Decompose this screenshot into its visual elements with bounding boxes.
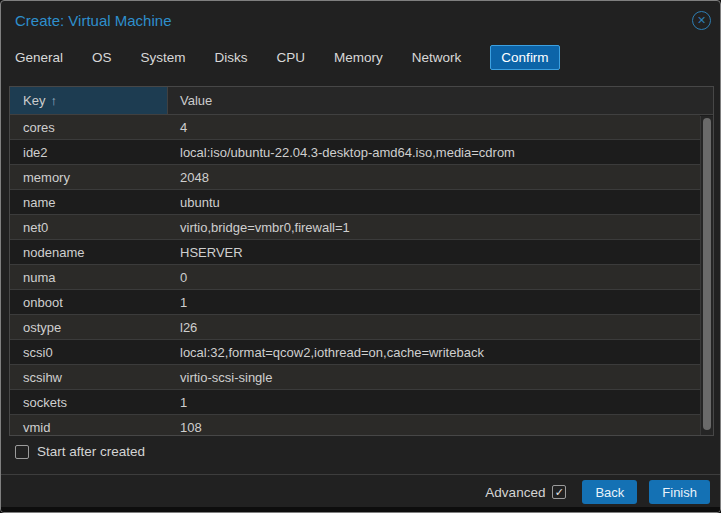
- table-row[interactable]: scsi0local:32,format=qcow2,iothread=on,c…: [10, 340, 700, 365]
- table-row[interactable]: vmid108: [10, 415, 700, 436]
- key-cell: onboot: [10, 290, 168, 314]
- tab-system[interactable]: System: [141, 50, 186, 65]
- value-cell: 1: [168, 290, 700, 314]
- table-row[interactable]: net0virtio,bridge=vmbr0,firewall=1: [10, 215, 700, 240]
- tab-bar: General OS System Disks CPU Memory Netwo…: [15, 43, 710, 71]
- value-cell: virtio-scsi-single: [168, 365, 700, 389]
- window-bottom-edge: [1, 507, 720, 512]
- key-cell: sockets: [10, 390, 168, 414]
- table-body: cores4ide2local:iso/ubuntu-22.04.3-deskt…: [10, 115, 700, 436]
- tab-memory[interactable]: Memory: [334, 50, 383, 65]
- start-after-created-option: Start after created: [15, 444, 145, 459]
- column-header-key[interactable]: Key ↑: [10, 87, 168, 114]
- key-cell: vmid: [10, 415, 168, 436]
- table-row[interactable]: numa0: [10, 265, 700, 290]
- column-value-label: Value: [180, 93, 212, 108]
- table-row[interactable]: scsihwvirtio-scsi-single: [10, 365, 700, 390]
- tab-general[interactable]: General: [15, 50, 63, 65]
- value-cell: local:iso/ubuntu-22.04.3-desktop-amd64.i…: [168, 140, 700, 164]
- key-cell: numa: [10, 265, 168, 289]
- key-cell: ide2: [10, 140, 168, 164]
- value-cell: local:32,format=qcow2,iothread=on,cache=…: [168, 340, 700, 364]
- create-vm-dialog: Create: Virtual Machine ✕ General OS Sys…: [0, 0, 721, 513]
- key-cell: cores: [10, 115, 168, 139]
- scrollbar-thumb[interactable]: [703, 118, 711, 430]
- key-cell: memory: [10, 165, 168, 189]
- key-cell: name: [10, 190, 168, 214]
- value-cell: 108: [168, 415, 700, 436]
- key-cell: scsi0: [10, 340, 168, 364]
- table-header: Key ↑ Value: [10, 87, 713, 115]
- key-cell: nodename: [10, 240, 168, 264]
- tab-disks[interactable]: Disks: [215, 50, 248, 65]
- dialog-title: Create: Virtual Machine: [15, 12, 171, 29]
- vertical-scrollbar[interactable]: [700, 116, 713, 435]
- value-cell: 1: [168, 390, 700, 414]
- column-key-label: Key: [23, 93, 45, 108]
- tab-cpu[interactable]: CPU: [277, 50, 306, 65]
- tab-network[interactable]: Network: [412, 50, 462, 65]
- value-cell: virtio,bridge=vmbr0,firewall=1: [168, 215, 700, 239]
- advanced-checkbox[interactable]: [552, 485, 566, 499]
- table-row[interactable]: ostypel26: [10, 315, 700, 340]
- advanced-label: Advanced: [485, 485, 545, 500]
- table-row[interactable]: ide2local:iso/ubuntu-22.04.3-desktop-amd…: [10, 140, 700, 165]
- value-cell: HSERVER: [168, 240, 700, 264]
- table-row[interactable]: sockets1: [10, 390, 700, 415]
- tab-os[interactable]: OS: [92, 50, 112, 65]
- back-button[interactable]: Back: [582, 480, 637, 504]
- close-icon[interactable]: ✕: [692, 11, 711, 30]
- finish-button[interactable]: Finish: [649, 480, 710, 504]
- start-after-created-checkbox[interactable]: [15, 445, 29, 459]
- table-row[interactable]: memory2048: [10, 165, 700, 190]
- start-after-created-label: Start after created: [37, 444, 145, 459]
- advanced-option: Advanced: [485, 485, 566, 500]
- table-row[interactable]: onboot1: [10, 290, 700, 315]
- value-cell: l26: [168, 315, 700, 339]
- key-cell: net0: [10, 215, 168, 239]
- table-row[interactable]: nodenameHSERVER: [10, 240, 700, 265]
- value-cell: 4: [168, 115, 700, 139]
- value-cell: ubuntu: [168, 190, 700, 214]
- footer-toolbar: Advanced Back Finish: [1, 475, 720, 509]
- tab-confirm[interactable]: Confirm: [490, 45, 559, 70]
- value-cell: 0: [168, 265, 700, 289]
- sort-ascending-icon: ↑: [50, 93, 57, 108]
- value-cell: 2048: [168, 165, 700, 189]
- confirm-settings-table: Key ↑ Value cores4ide2local:iso/ubuntu-2…: [9, 86, 714, 436]
- table-row[interactable]: cores4: [10, 115, 700, 140]
- key-cell: scsihw: [10, 365, 168, 389]
- key-cell: ostype: [10, 315, 168, 339]
- table-row[interactable]: nameubuntu: [10, 190, 700, 215]
- column-header-value[interactable]: Value: [168, 87, 713, 114]
